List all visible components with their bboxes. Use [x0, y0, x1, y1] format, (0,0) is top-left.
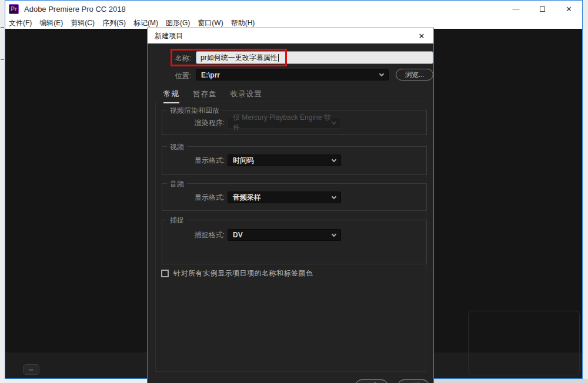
audio-display-format-value: 音频采样	[233, 193, 261, 203]
background-panel-outline	[468, 311, 580, 375]
premiere-logo-icon: Pr	[9, 4, 19, 14]
minimize-button[interactable]: —	[503, 1, 529, 17]
capture-format-dropdown[interactable]: DV	[228, 229, 341, 241]
menu-item-clip[interactable]: 剪辑(C)	[71, 18, 95, 28]
chevron-down-icon	[379, 72, 384, 76]
new-project-dialog: 新建项目 ✕ 名称: pr如何统一更改字幕属性 位置: E:\prr 浏览...…	[147, 28, 434, 383]
location-dropdown[interactable]: E:\prr	[196, 69, 389, 80]
section-legend: 视频	[167, 142, 187, 152]
background-window-strip-right	[583, 0, 588, 383]
video-display-format-dropdown[interactable]: 时间码	[228, 154, 341, 166]
audio-display-format-label: 显示格式:	[162, 193, 225, 203]
section-legend: 视频渲染和回放	[167, 106, 222, 116]
maximize-icon	[540, 6, 545, 12]
menu-item-edit[interactable]: 编辑(E)	[39, 18, 63, 28]
audio-display-format-dropdown[interactable]: 音频采样	[228, 192, 341, 203]
maximize-button[interactable]	[529, 1, 556, 17]
menu-item-graphics[interactable]: 图形(G)	[166, 18, 190, 28]
window-title: Adobe Premiere Pro CC 2018	[24, 5, 126, 14]
video-display-format-label: 显示格式:	[162, 156, 225, 166]
renderer-label: 渲染程序:	[162, 118, 225, 128]
menubar: 文件(F) 编辑(E) 剪辑(C) 序列(S) 标记(M) 图形(G) 窗口(W…	[5, 17, 582, 29]
ok-button[interactable]: 确定	[355, 379, 388, 383]
section-legend: 捕捉	[167, 216, 187, 226]
location-value: E:\prr	[201, 71, 220, 79]
browse-button[interactable]: 浏览...	[396, 69, 433, 80]
capture-format-label: 捕捉格式:	[162, 230, 225, 240]
menu-item-window[interactable]: 窗口(W)	[198, 18, 223, 28]
chevron-down-icon	[332, 231, 336, 236]
dialog-title: 新建项目	[155, 31, 183, 41]
link-icon: ∞	[23, 364, 39, 375]
close-button[interactable]: ✕	[556, 1, 582, 17]
section-legend: 音频	[167, 179, 187, 189]
background-artifact	[1, 27, 4, 28]
section-video-rendering: 视频渲染和回放 渲染程序: 仅 Mercury Playback Engine …	[162, 110, 427, 135]
text-caret	[278, 54, 279, 62]
project-name-input[interactable]: pr如何统一更改字幕属性	[196, 51, 433, 64]
name-label: 名称:	[159, 53, 191, 63]
menu-item-sequence[interactable]: 序列(S)	[102, 18, 126, 28]
project-name-value: pr如何统一更改字幕属性	[201, 53, 278, 63]
section-video: 视频 显示格式: 时间码	[162, 146, 427, 175]
section-audio: 音频 显示格式: 音频采样	[162, 183, 427, 211]
desktop: Pr Adobe Premiere Pro CC 2018 — ✕ 文件(F) …	[0, 0, 588, 383]
menu-item-file[interactable]: 文件(F)	[9, 18, 32, 28]
chevron-down-icon	[332, 157, 336, 162]
chevron-down-icon	[332, 194, 336, 199]
section-capture: 捕捉 捕捉格式: DV	[162, 220, 427, 264]
titlebar: Pr Adobe Premiere Pro CC 2018 — ✕	[5, 1, 582, 17]
show-item-names-checkbox[interactable]	[161, 270, 169, 277]
background-artifact	[1, 59, 4, 60]
display-names-option: 针对所有实例显示项目项的名称和标签颜色	[161, 268, 313, 278]
capture-format-value: DV	[233, 231, 243, 239]
dialog-close-button[interactable]: ✕	[415, 28, 428, 43]
checkbox-label: 针对所有实例显示项目项的名称和标签颜色	[173, 268, 313, 278]
renderer-value: 仅 Mercury Playback Engine 软件	[233, 113, 332, 133]
dialog-titlebar: 新建项目 ✕	[148, 28, 433, 43]
menu-item-marker[interactable]: 标记(M)	[133, 18, 158, 28]
renderer-dropdown: 仅 Mercury Playback Engine 软件	[228, 117, 341, 129]
menu-item-help[interactable]: 帮助(H)	[231, 18, 255, 28]
video-display-format-value: 时间码	[233, 156, 254, 166]
window-controls: — ✕	[503, 1, 582, 17]
location-label: 位置:	[159, 71, 191, 81]
cancel-button[interactable]: 取消	[397, 379, 429, 383]
